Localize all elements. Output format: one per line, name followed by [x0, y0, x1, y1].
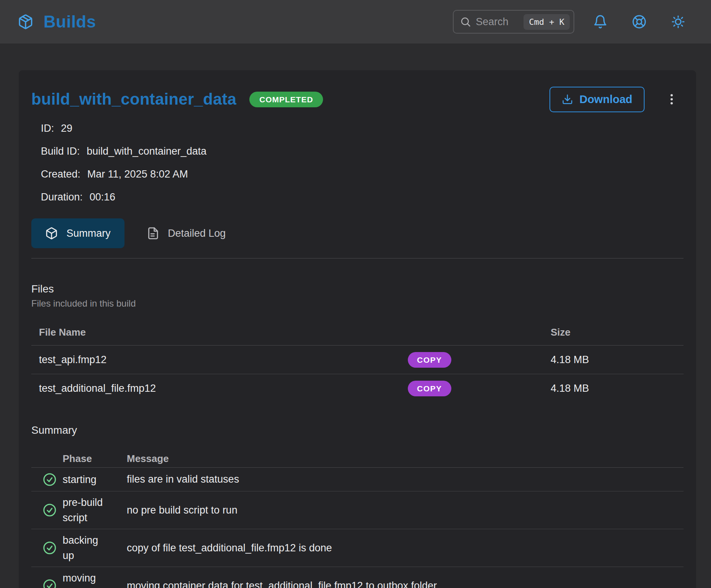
app-logo: Builds — [18, 12, 96, 31]
help-button[interactable] — [632, 14, 647, 29]
download-icon — [562, 94, 573, 105]
phase-message: files are in valid statuses — [127, 473, 684, 485]
meta-duration: Duration: 00:16 — [41, 186, 684, 208]
bell-icon — [593, 15, 608, 29]
phase-message: moving container data for test_additiona… — [127, 580, 684, 588]
kebab-icon — [665, 92, 679, 106]
status-badge: COMPLETED — [249, 92, 323, 107]
files-heading: Files — [31, 283, 684, 295]
meta-created: Created: Mar 11, 2025 8:02 AM — [41, 163, 684, 186]
download-label: Download — [579, 93, 632, 106]
summary-table-header: Phase Message — [31, 450, 684, 468]
build-detail-card: build_with_container_data COMPLETED Down… — [19, 70, 696, 588]
theme-toggle-button[interactable] — [671, 14, 686, 29]
column-phase: Phase — [63, 453, 127, 465]
phase-label: backing up — [63, 533, 127, 563]
summary-heading: Summary — [31, 424, 684, 436]
build-tabs: Summary Detailed Log — [31, 218, 684, 248]
meta-id: ID: 29 — [41, 117, 684, 140]
file-text-icon — [147, 227, 160, 240]
column-message: Message — [127, 453, 684, 465]
meta-value: build_with_container_data — [87, 145, 207, 157]
notifications-button[interactable] — [593, 14, 608, 29]
sun-icon — [671, 15, 685, 29]
files-table: File Name Size test_api.fmp12 COPY 4.18 … — [31, 326, 684, 403]
build-meta: ID: 29 Build ID: build_with_container_da… — [31, 117, 684, 208]
check-circle-icon — [43, 579, 57, 588]
phase-message: copy of file test_additional_file.fmp12 … — [127, 542, 684, 554]
meta-value: 29 — [61, 123, 73, 134]
meta-value: 00:16 — [90, 191, 116, 203]
file-size: 4.18 MB — [551, 354, 589, 366]
copy-button[interactable]: COPY — [408, 352, 451, 368]
copy-button[interactable]: COPY — [408, 381, 451, 396]
phase-label: starting — [63, 472, 127, 487]
download-button[interactable]: Download — [549, 87, 645, 112]
phase-label: moving files — [63, 570, 127, 588]
meta-label: Build ID: — [41, 145, 80, 157]
search-shortcut-badge: Cmd + K — [524, 14, 570, 30]
meta-label: Duration: — [41, 191, 83, 203]
files-section: Files Files included in this build File … — [31, 283, 684, 403]
meta-label: Created: — [41, 168, 81, 180]
tab-summary[interactable]: Summary — [31, 218, 124, 248]
table-row: test_api.fmp12 COPY 4.18 MB — [31, 346, 684, 374]
app-header: Builds Cmd + K — [0, 0, 711, 44]
search-input[interactable] — [476, 16, 519, 28]
file-name: test_api.fmp12 — [39, 354, 107, 366]
column-size: Size — [551, 326, 570, 338]
tabs-divider — [31, 258, 684, 258]
column-file-name: File Name — [39, 326, 86, 338]
table-row: pre-build script no pre build script to … — [31, 491, 684, 529]
table-row: starting files are in valid statuses — [31, 468, 684, 491]
summary-section: Summary Phase Message starting files are… — [31, 424, 684, 588]
phase-label: pre-build script — [63, 495, 127, 525]
tab-label: Detailed Log — [168, 228, 226, 239]
build-title: build_with_container_data — [31, 90, 236, 108]
files-table-header: File Name Size — [31, 326, 684, 346]
meta-build-id: Build ID: build_with_container_data — [41, 140, 684, 163]
file-size: 4.18 MB — [551, 383, 589, 394]
life-buoy-icon — [632, 15, 646, 29]
more-actions-button[interactable] — [664, 90, 680, 108]
search-icon — [460, 16, 471, 27]
table-row: test_additional_file.fmp12 COPY 4.18 MB — [31, 374, 684, 403]
check-circle-icon — [43, 541, 57, 555]
summary-table: Phase Message starting files are in vali… — [31, 450, 684, 588]
tab-detailed-log[interactable]: Detailed Log — [133, 218, 240, 248]
file-name: test_additional_file.fmp12 — [39, 383, 156, 394]
table-row: moving files moving container data for t… — [31, 567, 684, 588]
check-circle-icon — [43, 503, 57, 517]
files-subheading: Files included in this build — [31, 298, 684, 309]
tab-label: Summary — [66, 228, 111, 239]
search-bar[interactable]: Cmd + K — [453, 10, 574, 34]
meta-label: ID: — [41, 123, 54, 134]
package-icon — [18, 14, 34, 30]
box-icon — [45, 227, 58, 240]
app-title: Builds — [44, 12, 96, 31]
check-circle-icon — [43, 473, 57, 486]
phase-message: no pre build script to run — [127, 504, 684, 516]
meta-value: Mar 11, 2025 8:02 AM — [87, 168, 188, 180]
table-row: backing up copy of file test_additional_… — [31, 529, 684, 567]
